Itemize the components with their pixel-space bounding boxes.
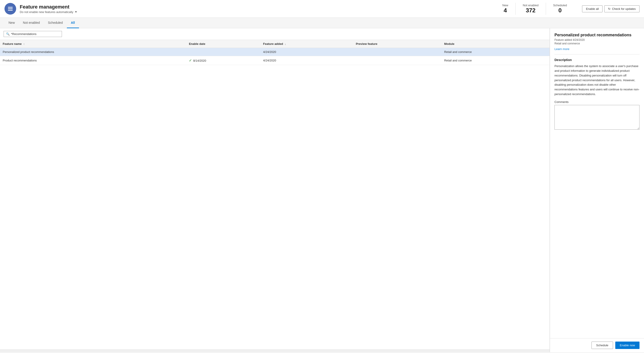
stat-new-value: 4: [502, 7, 508, 14]
stat-scheduled-label: Scheduled: [553, 3, 567, 7]
stat-not-enabled-label: Not enabled: [523, 3, 538, 7]
learn-more-link[interactable]: Learn more: [554, 47, 569, 51]
col-preview-feature[interactable]: Preview feature: [353, 40, 442, 48]
subtitle-text: Do not enable new features automatically: [20, 10, 73, 14]
right-panel-content: Personalized product recommendations Fea…: [550, 28, 644, 338]
cell-preview-feature: [353, 48, 442, 56]
svg-rect-2: [8, 10, 13, 10]
description-text: Personalization allows the system to ass…: [554, 64, 640, 97]
stat-new: New 4: [495, 3, 516, 15]
table-header-row: Feature name ↑ Enable date Feature added…: [0, 40, 550, 48]
page-subtitle: Do not enable new features automatically…: [20, 10, 492, 14]
cell-feature-name: Product recommendations: [0, 56, 186, 65]
stat-scheduled: Scheduled 0: [546, 3, 574, 15]
cell-module: Retail and commerce: [442, 56, 550, 65]
table-row[interactable]: Product recommendations ✓8/14/2020 4/24/…: [0, 56, 550, 65]
app-logo: [4, 3, 16, 14]
cell-feature-added: 4/24/2020: [260, 56, 353, 65]
right-panel-footer: Schedule Enable now: [550, 338, 644, 352]
col-feature-added[interactable]: Feature added ↓: [260, 40, 353, 48]
detail-divider: [554, 54, 640, 54]
sort-asc-icon: ↑: [23, 43, 25, 45]
description-title: Description: [554, 58, 640, 62]
col-feature-name[interactable]: Feature name ↑: [0, 40, 186, 48]
comments-label: Comments: [554, 100, 640, 104]
cell-feature-name: Personalized product recommendations: [0, 48, 186, 56]
search-input-wrap[interactable]: 🔍: [4, 31, 62, 37]
svg-rect-1: [8, 8, 13, 9]
left-panel: 🔍 Feature name ↑ Enable date Feature add…: [0, 28, 550, 352]
tab-new[interactable]: New: [4, 18, 19, 28]
stat-not-enabled: Not enabled 372: [516, 3, 546, 15]
enabled-checkmark-icon: ✓: [189, 58, 192, 62]
stat-scheduled-value: 0: [553, 7, 567, 14]
scrollbar-inner: [0, 350, 550, 352]
features-list-table: Feature name ↑ Enable date Feature added…: [0, 40, 550, 65]
search-icon: 🔍: [6, 32, 10, 36]
header-actions: Enable all ↻ Check for updates: [582, 5, 640, 12]
search-bar: 🔍: [0, 28, 550, 40]
feature-table: Feature name ↑ Enable date Feature added…: [0, 40, 550, 350]
header-title-block: Feature management Do not enable new fea…: [20, 4, 492, 14]
tab-scheduled[interactable]: Scheduled: [44, 18, 67, 28]
detail-title: Personalized product recommendations: [554, 33, 640, 37]
main-content: 🔍 Feature name ↑ Enable date Feature add…: [0, 28, 644, 352]
col-module[interactable]: Module: [442, 40, 550, 48]
search-input[interactable]: [11, 32, 60, 36]
horizontal-scrollbar[interactable]: [0, 350, 550, 352]
enable-now-button[interactable]: Enable now: [615, 342, 640, 349]
table-body: Personalized product recommendations 4/2…: [0, 48, 550, 65]
cell-preview-feature: [353, 56, 442, 65]
enable-all-button[interactable]: Enable all: [582, 5, 602, 12]
col-enable-date[interactable]: Enable date: [186, 40, 260, 48]
cell-enable-date: ✓8/14/2020: [186, 56, 260, 65]
check-updates-label: Check for updates: [612, 7, 636, 10]
chevron-down-icon[interactable]: ▼: [74, 10, 77, 13]
page-title: Feature management: [20, 4, 492, 10]
check-updates-button[interactable]: ↻ Check for updates: [604, 5, 640, 12]
header-stats: New 4 Not enabled 372 Scheduled 0: [495, 3, 574, 15]
stat-not-enabled-value: 372: [523, 7, 538, 14]
tab-all[interactable]: All: [67, 18, 79, 28]
cell-enable-date: [186, 48, 260, 56]
cell-feature-added: 4/24/2020: [260, 48, 353, 56]
logo-icon: [7, 5, 14, 12]
comments-textarea[interactable]: [554, 105, 640, 130]
table-row[interactable]: Personalized product recommendations 4/2…: [0, 48, 550, 56]
schedule-button[interactable]: Schedule: [592, 342, 613, 349]
sort-desc-icon: ↓: [285, 43, 286, 45]
tab-not-enabled[interactable]: Not enabled: [19, 18, 44, 28]
stat-new-label: New: [502, 3, 508, 7]
app-header: Feature management Do not enable new fea…: [0, 0, 644, 18]
svg-rect-0: [8, 7, 13, 8]
cell-module: Retail and commerce: [442, 48, 550, 56]
detail-feature-added: Feature added 4/24/2020: [554, 38, 640, 41]
tabs-bar: New Not enabled Scheduled All: [0, 18, 644, 28]
right-panel: Personalized product recommendations Fea…: [550, 28, 644, 352]
detail-module: Retail and commerce: [554, 42, 640, 45]
refresh-icon: ↻: [608, 7, 610, 10]
